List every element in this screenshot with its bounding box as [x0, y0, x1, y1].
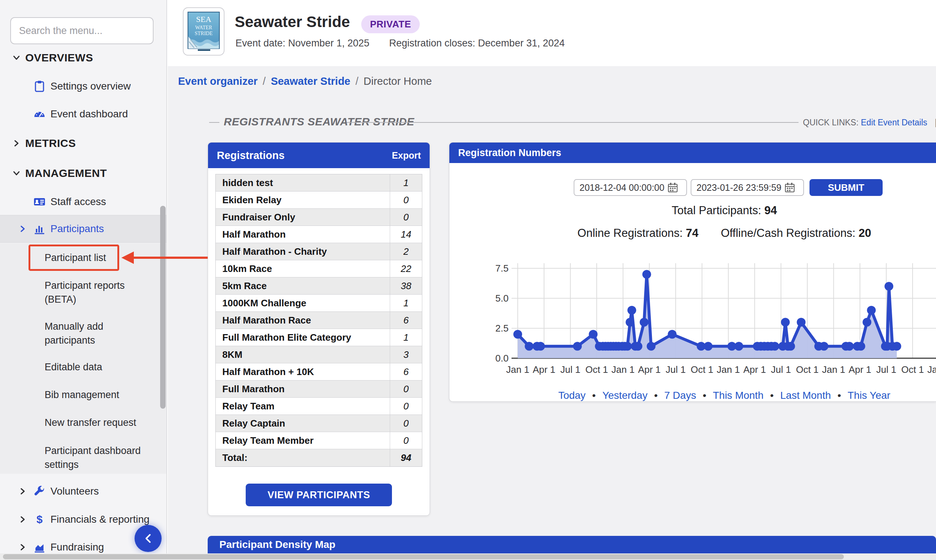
edit-event-details-link[interactable]: Edit Event Details: [861, 118, 928, 127]
breadcrumb-link-event-organizer[interactable]: Event organizer: [178, 75, 258, 87]
date-from-input[interactable]: 2018-12-04 00:00:00: [574, 179, 687, 196]
registrations-card: Registrations Export hidden test1Ekiden …: [208, 142, 430, 516]
sidebar-item-staff-access[interactable]: Staff access: [0, 191, 167, 213]
event-meta: Event date: November 1, 2025 Registratio…: [236, 38, 565, 49]
line-chart-svg: 0.02.55.07.5Jan 1Apr 1Jul 1Oct 1Jan 1Apr…: [490, 263, 936, 377]
search-input[interactable]: [19, 25, 148, 37]
x-axis-tick-label: Apr 1: [848, 364, 871, 375]
x-axis-tick-label: Oct 1: [796, 364, 819, 375]
range-link-today[interactable]: Today: [558, 390, 586, 401]
table-row: Relay Captain0: [216, 415, 422, 432]
sidebar-item-event-dashboard[interactable]: Event dashboard: [0, 103, 167, 125]
table-row: Full Marathon Elite Category1: [216, 329, 422, 346]
dollar-icon: $: [33, 513, 46, 526]
range-link-this-month[interactable]: This Month: [713, 390, 764, 401]
y-axis-tick-label: 7.5: [496, 263, 509, 274]
range-link-7-days[interactable]: 7 Days: [664, 390, 696, 401]
breadcrumb-separator: /: [263, 75, 266, 87]
x-axis-tick-label: Jan 1: [927, 364, 936, 375]
category-cell: Half Marathon + 10K: [216, 366, 390, 378]
count-cell: 0: [390, 415, 422, 432]
count-cell: 6: [390, 312, 422, 329]
online-registrations-value: 74: [686, 227, 698, 239]
horizontal-scrollbar-thumb[interactable]: [3, 554, 844, 559]
sidebar-subitem-participant-reports-beta[interactable]: Participant reports (BETA): [0, 278, 167, 307]
range-link-yesterday[interactable]: Yesterday: [602, 390, 648, 401]
chevron-right-icon: [18, 487, 27, 496]
breadcrumb-current: Director Home: [363, 75, 432, 87]
breadcrumb-separator: /: [356, 75, 358, 87]
time-range-links: Today•Yesterday•7 Days•This Month•Last M…: [450, 390, 936, 402]
sidebar-subitem-label: Bib management: [45, 388, 151, 402]
data-point: [627, 306, 636, 315]
sidebar-section-management[interactable]: MANAGEMENT: [0, 163, 167, 183]
y-axis-tick-label: 5.0: [496, 293, 509, 304]
online-registrations-label: Online Registrations:: [577, 227, 683, 239]
table-row: Ekiden Relay0: [216, 192, 422, 209]
data-point: [845, 342, 854, 351]
chevron-right-icon: [12, 139, 21, 148]
category-cell: 10km Race: [216, 263, 390, 274]
table-row: hidden test1: [216, 174, 422, 192]
registration-closes-label: Registration closes: December 31, 2024: [389, 38, 565, 49]
view-participants-button[interactable]: VIEW PARTICIPANTS: [246, 484, 392, 506]
quick-links: QUICK LINKS: Edit Event Details | Copy: [803, 118, 936, 128]
table-row: 5km Race38: [216, 277, 422, 295]
sidebar-section-overviews[interactable]: OVERVIEWS: [0, 48, 167, 68]
sidebar-item-label: Volunteers: [51, 485, 99, 497]
participant-density-map-title: Participant Density Map: [219, 539, 335, 551]
data-point: [797, 318, 805, 327]
sidebar-item-label: Staff access: [51, 196, 106, 208]
registration-numbers-panel: Registration Numbers 2018-12-04 00:00:00…: [449, 142, 936, 402]
data-point: [781, 318, 790, 327]
registrations-card-header: Registrations Export: [208, 143, 430, 168]
sidebar-subitem-new-transfer-request[interactable]: New transfer request: [0, 412, 167, 434]
category-cell: Relay Team: [216, 401, 390, 412]
svg-text:WATER: WATER: [195, 25, 212, 30]
date-to-input[interactable]: 2023-01-26 23:59:59: [691, 179, 804, 196]
sidebar-section-metrics[interactable]: METRICS: [0, 133, 167, 154]
range-link-last-month[interactable]: Last Month: [780, 390, 831, 401]
chevron-down-icon: [12, 53, 21, 62]
sidebar-subitem-participant-dashboard-settings[interactable]: Participant dashboard settings: [0, 443, 167, 472]
data-point: [536, 342, 545, 351]
table-row: Half Marathon - Charity2: [216, 243, 422, 260]
category-cell: Full Marathon Elite Category: [216, 332, 390, 343]
range-link-this-year[interactable]: This Year: [848, 390, 890, 401]
registrations-total-row: Total:94: [216, 449, 422, 466]
count-cell: 0: [390, 209, 422, 226]
total-participants-line: Total Participants: 94: [450, 204, 936, 217]
x-axis-tick-label: Jul 1: [876, 364, 896, 375]
sidebar-collapse-button[interactable]: [134, 525, 162, 552]
count-cell: 0: [390, 432, 422, 449]
sidebar-subitem-manually-add-participants[interactable]: Manually add participants: [0, 319, 167, 348]
submit-button[interactable]: SUBMIT: [810, 179, 883, 196]
table-row: Relay Team0: [216, 398, 422, 415]
data-point: [513, 330, 522, 338]
online-offline-line: Online Registrations: 74 Offline/Cash Re…: [450, 227, 936, 240]
count-cell: 3: [390, 346, 422, 363]
export-link[interactable]: Export: [392, 150, 421, 161]
legend-line-left: [209, 122, 219, 123]
range-link-separator: •: [592, 390, 596, 401]
sidebar-scrollbar-thumb[interactable]: [160, 206, 166, 409]
sidebar-item-volunteers[interactable]: Volunteers: [0, 480, 167, 502]
calendar-icon[interactable]: [667, 182, 678, 193]
sidebar-item-participants[interactable]: Participants: [0, 215, 167, 243]
sidebar-search: [10, 17, 154, 44]
sidebar-item-label: Participants: [51, 223, 104, 235]
data-point: [867, 306, 876, 315]
calendar-icon[interactable]: [784, 182, 795, 193]
registrations-table: hidden test1Ekiden Relay0Fundraiser Only…: [216, 174, 422, 467]
sidebar-subitem-editable-data[interactable]: Editable data: [0, 356, 167, 378]
breadcrumb-link-seawater-stride[interactable]: Seawater Stride: [271, 75, 351, 87]
registration-numbers-header: Registration Numbers: [450, 143, 936, 163]
sidebar-subitem-bib-management[interactable]: Bib management: [0, 384, 167, 406]
table-row: Half Marathon14: [216, 226, 422, 243]
x-axis-tick-label: Apr 1: [638, 364, 661, 375]
sidebar-item-settings-overview[interactable]: Settings overview: [0, 75, 167, 97]
sidebar-item-label: Settings overview: [51, 80, 131, 92]
registrations-line-chart: 0.02.55.07.5Jan 1Apr 1Jul 1Oct 1Jan 1Apr…: [490, 263, 936, 377]
chevron-down-icon: [12, 169, 21, 178]
horizontal-scrollbar-track[interactable]: [0, 554, 936, 560]
